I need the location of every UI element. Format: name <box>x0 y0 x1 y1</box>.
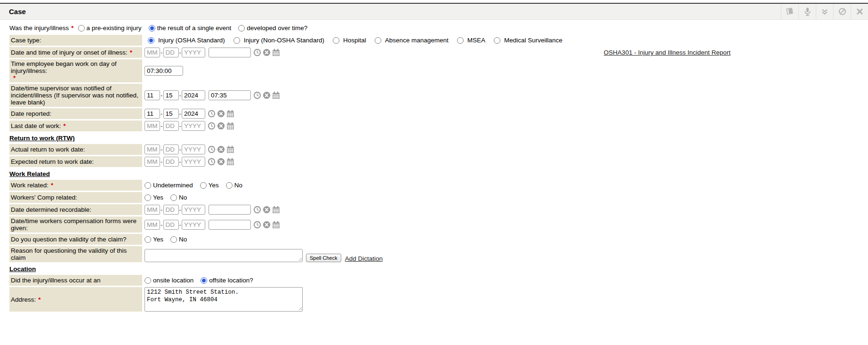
clear-icon[interactable] <box>263 221 271 229</box>
radio-icon[interactable] <box>149 25 155 32</box>
clock-icon[interactable] <box>208 158 216 166</box>
radio-icon[interactable] <box>200 182 207 189</box>
clear-icon[interactable] <box>263 48 271 56</box>
day-input[interactable] <box>163 90 179 100</box>
radio-icon[interactable] <box>148 37 154 44</box>
day-input[interactable] <box>163 144 179 154</box>
month-input[interactable] <box>145 144 160 154</box>
clear-icon[interactable] <box>217 145 225 153</box>
radio-option-pre-existing[interactable]: a pre-existing injury <box>78 24 142 32</box>
year-input[interactable] <box>182 121 205 131</box>
day-input[interactable] <box>163 109 179 119</box>
year-input[interactable] <box>182 220 205 230</box>
calendar-icon[interactable] <box>272 91 280 99</box>
clock-icon[interactable] <box>253 206 261 214</box>
calendar-icon[interactable] <box>226 110 234 118</box>
radio-option-absence[interactable]: Absence management <box>375 37 449 44</box>
calendar-icon[interactable] <box>272 206 280 214</box>
radio-icon[interactable] <box>145 194 151 201</box>
radio-icon[interactable] <box>170 194 177 201</box>
radio-option-injury-non-osha[interactable]: Injury (Non-OSHA Standard) <box>233 37 324 44</box>
year-input[interactable] <box>182 144 205 154</box>
year-input[interactable] <box>182 205 205 215</box>
radio-option-no[interactable]: No <box>170 194 187 201</box>
radio-icon[interactable] <box>78 25 85 32</box>
add-dictation-link[interactable]: Add Dictation <box>345 255 383 262</box>
reason-validity-textarea[interactable] <box>145 249 303 262</box>
clock-icon[interactable] <box>208 145 216 153</box>
radio-option-onsite[interactable]: onsite location <box>145 277 193 284</box>
radio-icon[interactable] <box>145 182 151 189</box>
radio-option-yes[interactable]: Yes <box>200 182 219 189</box>
month-input[interactable] <box>145 90 160 100</box>
radio-option-undetermined[interactable]: Undetermined <box>145 182 193 189</box>
radio-option-single-event[interactable]: the result of a single event <box>149 24 232 32</box>
address-textarea[interactable]: 1212 Smith Street Station. Fort Wayne, I… <box>145 287 303 312</box>
calendar-icon[interactable] <box>226 145 234 153</box>
radio-icon[interactable] <box>457 37 464 44</box>
day-input[interactable] <box>163 220 179 230</box>
year-input[interactable] <box>182 157 205 167</box>
radio-icon[interactable] <box>375 37 381 44</box>
month-input[interactable] <box>145 48 160 57</box>
month-input[interactable] <box>145 109 160 119</box>
clear-icon[interactable] <box>263 206 271 214</box>
radio-option-no[interactable]: No <box>226 182 242 189</box>
clear-icon[interactable] <box>217 110 225 118</box>
day-input[interactable] <box>163 205 179 215</box>
radio-icon[interactable] <box>201 277 207 284</box>
month-input[interactable] <box>145 220 160 230</box>
clock-icon[interactable] <box>253 91 261 99</box>
day-input[interactable] <box>163 48 179 57</box>
calendar-icon[interactable] <box>272 48 280 56</box>
radio-option-no[interactable]: No <box>170 236 187 243</box>
calendar-icon[interactable] <box>226 122 234 130</box>
close-icon[interactable] <box>851 4 868 19</box>
time-input[interactable] <box>209 90 251 100</box>
time-input[interactable] <box>209 48 251 57</box>
clock-icon[interactable] <box>253 48 261 56</box>
chevron-double-down-icon[interactable] <box>816 4 833 19</box>
month-input[interactable] <box>145 205 160 215</box>
radio-option-msea[interactable]: MSEA <box>457 37 485 44</box>
radio-icon[interactable] <box>494 37 500 44</box>
radio-option-injury-osha[interactable]: Injury (OSHA Standard) <box>148 37 225 44</box>
calendar-icon[interactable] <box>272 221 280 229</box>
time-began-input[interactable] <box>145 66 183 76</box>
clear-icon[interactable] <box>263 91 271 99</box>
clear-icon[interactable] <box>217 122 225 130</box>
radio-option-medical-surveillance[interactable]: Medical Surveillance <box>494 37 563 44</box>
month-input[interactable] <box>145 121 160 131</box>
calendar-icon[interactable] <box>226 158 234 166</box>
radio-option-offsite[interactable]: offsite location? <box>201 277 253 284</box>
field-label: Expected return to work date: <box>9 156 142 167</box>
book-icon[interactable] <box>781 4 798 19</box>
spell-check-button[interactable]: Spell Check <box>306 254 341 262</box>
radio-option-hospital[interactable]: Hospital <box>333 37 366 44</box>
osha301-report-link[interactable]: OSHA301 - Injury and Illness Incident Re… <box>604 49 731 56</box>
clock-icon[interactable] <box>253 221 261 229</box>
day-input[interactable] <box>163 121 179 131</box>
radio-icon[interactable] <box>145 236 151 243</box>
radio-option-yes[interactable]: Yes <box>145 236 163 243</box>
year-input[interactable] <box>182 90 205 100</box>
year-input[interactable] <box>182 48 205 57</box>
time-input[interactable] <box>209 220 251 230</box>
clock-icon[interactable] <box>208 110 216 118</box>
radio-option-over-time[interactable]: developed over time? <box>238 24 307 32</box>
month-input[interactable] <box>145 157 160 167</box>
clock-icon[interactable] <box>208 122 216 130</box>
year-input[interactable] <box>182 109 205 119</box>
radio-icon[interactable] <box>333 37 339 44</box>
clear-icon[interactable] <box>217 158 225 166</box>
radio-option-yes[interactable]: Yes <box>145 194 163 201</box>
time-input[interactable] <box>209 205 251 215</box>
cancel-circle-icon[interactable] <box>833 4 851 19</box>
radio-icon[interactable] <box>233 37 240 44</box>
radio-icon[interactable] <box>145 277 151 284</box>
radio-icon[interactable] <box>170 236 177 243</box>
radio-icon[interactable] <box>226 182 233 189</box>
microphone-icon[interactable] <box>798 4 816 19</box>
radio-icon[interactable] <box>238 25 245 32</box>
day-input[interactable] <box>163 157 179 167</box>
